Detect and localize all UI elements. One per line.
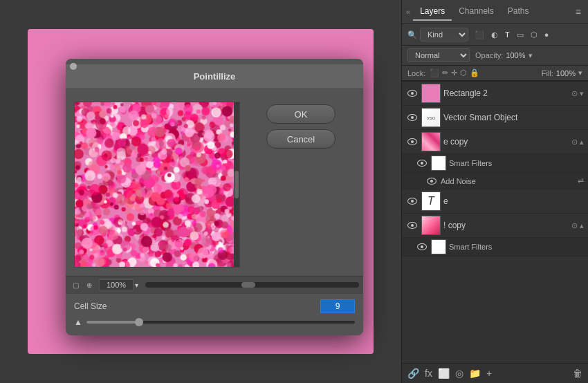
eye-icon-ecopy2 [407, 222, 417, 229]
lock-all-icon[interactable]: 🔒 [470, 68, 479, 77]
adjust-filter-icon[interactable]: ◐ [489, 29, 500, 41]
pointillize-dialog: Pointillize OK Cancel ▢ ⊕ 100% [66, 59, 363, 335]
cell-size-label: Cell Size [74, 301, 315, 311]
dialog-controls: OK Cancel [247, 102, 355, 268]
opacity-value[interactable]: 100% [506, 51, 525, 59]
layer-visibility-vector[interactable] [406, 111, 419, 124]
ok-button[interactable]: OK [266, 104, 336, 124]
v-scroll-thumb [235, 171, 239, 198]
layer-visibility-rectangle2[interactable] [406, 87, 419, 100]
zoom-display: 100% ▾ [99, 279, 138, 290]
layer-right-icons-ecopy: ⊙ ▴ [571, 138, 584, 147]
lock-icons: ⬛ ✏ ✛ ⬡ 🔒 [430, 68, 479, 77]
add-effect-icon[interactable]: fx [425, 368, 432, 379]
layer-name-e: e [443, 196, 584, 206]
panel-header: « Layers Channels Paths ≡ 🔍 Kind ⬛ ◐ T ▭… [402, 0, 588, 82]
blending-row: Normal Opacity: 100% ▾ [402, 46, 588, 66]
dialog-params: Cell Size ▲ [66, 293, 363, 335]
smart-badge-ecopy2[interactable]: ⊙ [571, 221, 578, 230]
layer-right-icons-ecopy2: ⊙ ▴ [571, 221, 584, 230]
tab-channels[interactable]: Channels [452, 3, 501, 21]
layer-visibility-ecopy[interactable] [406, 136, 419, 148]
layer-item-e[interactable]: T e [402, 189, 588, 214]
eye-icon-ecopy [407, 138, 417, 145]
layer-item-vector[interactable]: vso Vector Smart Object [402, 106, 588, 130]
panel-collapse-arrow[interactable]: « [406, 8, 410, 16]
lock-artboard-icon[interactable]: ⬡ [460, 68, 467, 77]
layer-name-ecopy: e copy [443, 137, 569, 147]
preview-h-slider[interactable] [145, 282, 359, 288]
layer-visibility-e[interactable] [406, 195, 419, 207]
add-noise-name: Add Noise [441, 177, 575, 185]
fit-icon[interactable]: ▢ [70, 279, 81, 290]
eye-icon-vector [407, 114, 417, 121]
shape-filter-icon[interactable]: ▭ [515, 29, 526, 41]
smart-filter-thumb [431, 156, 446, 171]
panel-menu-button[interactable]: ≡ [573, 6, 584, 17]
expand-arrow-rectangle2[interactable]: ▾ [580, 89, 584, 98]
add-mask-icon[interactable]: ⬜ [438, 368, 450, 379]
preview-bottom-toolbar: ▢ ⊕ 100% ▾ [66, 276, 363, 293]
lock-position-icon[interactable]: ✛ [451, 68, 457, 77]
eye-icon-e [407, 198, 417, 205]
layer-item-ecopy2[interactable]: ! copy ⊙ ▴ [402, 214, 588, 238]
smart-filters-label-ecopy2: Smart Filters [402, 238, 588, 256]
expand-arrow-ecopy[interactable]: ▴ [580, 138, 584, 147]
cell-size-slider-row: ▲ [74, 317, 355, 327]
add-noise-eye[interactable] [425, 175, 438, 187]
layers-panel: « Layers Channels Paths ≡ 🔍 Kind ⬛ ◐ T ▭… [401, 0, 588, 383]
smart-filter-eye-icon2 [417, 243, 427, 250]
new-group-icon[interactable]: 📁 [469, 368, 481, 379]
zoom-dropdown-arrow[interactable]: ▾ [135, 281, 138, 289]
add-noise-eye-icon [427, 178, 437, 185]
layer-thumb-ecopy2 [421, 216, 441, 235]
slider-handle[interactable] [135, 318, 143, 326]
opacity-label: Opacity: [475, 51, 503, 59]
tab-paths[interactable]: Paths [501, 3, 536, 21]
kind-dropdown[interactable]: Kind [420, 28, 468, 41]
fullscreen-icon[interactable]: ⊕ [84, 279, 95, 290]
layer-filter-icons: ⬛ ◐ T ▭ ⬡ ● [472, 29, 551, 41]
layer-name-ecopy2: ! copy [443, 221, 569, 230]
smart-filter-badge-rectangle2[interactable]: ⊙ [571, 89, 578, 98]
layer-item-rectangle2[interactable]: Rectangle 2 ⊙ ▾ [402, 82, 588, 106]
layer-name-rectangle2: Rectangle 2 [443, 88, 569, 98]
dialog-preview-wrapper [74, 102, 240, 268]
type-filter-icon[interactable]: T [503, 29, 512, 41]
preview-vertical-scrollbar[interactable] [234, 102, 239, 267]
delete-layer-icon[interactable]: 🗑 [573, 368, 582, 379]
layer-thumb-rectangle2 [421, 84, 441, 103]
fill-dropdown-arrow[interactable]: ▾ [578, 68, 582, 77]
search-icon: 🔍 [407, 30, 417, 39]
tab-layers[interactable]: Layers [413, 3, 452, 21]
lock-checkerboard-icon[interactable]: ⬛ [430, 68, 439, 77]
layer-item-ecopy[interactable]: e copy ⊙ ▴ [402, 130, 588, 154]
smart-badge-ecopy[interactable]: ⊙ [571, 138, 578, 147]
fill-value[interactable]: 100% [556, 69, 576, 77]
new-adjustment-icon[interactable]: ◎ [455, 368, 463, 379]
dialog-buttons: OK Cancel [266, 104, 336, 149]
lock-brush-icon[interactable]: ✏ [442, 68, 448, 77]
new-layer-icon[interactable]: + [486, 368, 492, 379]
smart-filter-eye-ecopy[interactable] [416, 157, 428, 169]
blend-mode-dropdown[interactable]: Normal [407, 48, 470, 62]
cancel-button[interactable]: Cancel [266, 129, 336, 149]
expand-arrow-ecopy2[interactable]: ▴ [580, 221, 584, 230]
pixel-filter-icon[interactable]: ⬛ [472, 29, 486, 41]
smart-filter-eye-ecopy2[interactable] [416, 241, 428, 253]
cell-size-slider[interactable] [86, 321, 355, 324]
dialog-close-button[interactable] [70, 63, 77, 70]
eye-icon [407, 90, 417, 97]
dot-filter-icon[interactable]: ● [542, 29, 551, 41]
layer-thumb-e: T [421, 192, 441, 211]
zoom-value[interactable]: 100% [99, 279, 134, 290]
opacity-dropdown-arrow[interactable]: ▾ [529, 51, 533, 60]
slider-left-arrow[interactable]: ▲ [74, 317, 82, 327]
smart-filter-eye-icon [417, 160, 427, 167]
link-layers-icon[interactable]: 🔗 [407, 368, 419, 379]
cell-size-input[interactable] [320, 299, 355, 313]
add-noise-settings-icon[interactable]: ⇌ [578, 176, 584, 185]
smart-filter-icon[interactable]: ⬡ [529, 29, 540, 41]
layer-visibility-ecopy2[interactable] [406, 219, 419, 232]
opacity-row: Opacity: 100% ▾ [475, 51, 533, 60]
